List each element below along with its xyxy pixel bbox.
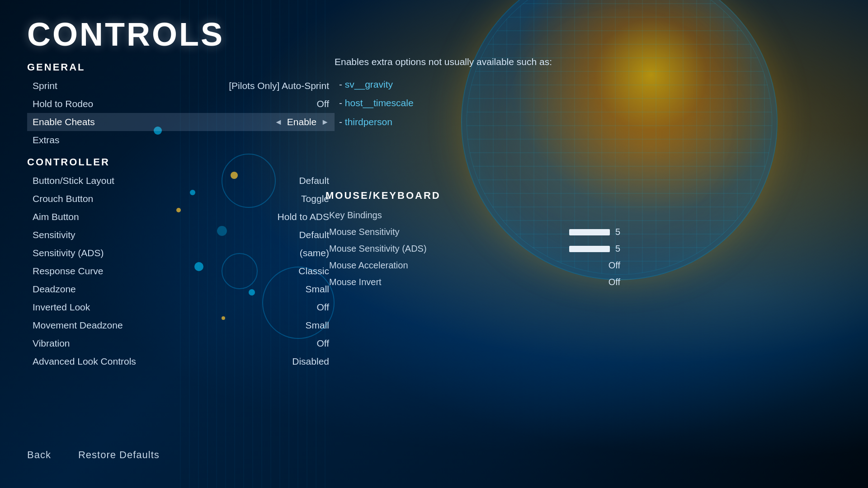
vibration-item[interactable]: Vibration Off — [27, 334, 335, 352]
bottom-buttons: Back Restore Defaults — [27, 449, 160, 461]
sprint-value: [Pilots Only] Auto-Sprint — [229, 80, 329, 91]
mouse-sensitivity-slider[interactable] — [569, 229, 610, 235]
enable-cheats-selected-value: Enable — [287, 117, 316, 127]
mouse-invert-label: Mouse Invert — [329, 277, 382, 287]
controller-header: CONTROLLER — [27, 156, 335, 168]
sensitivity-ads-label: Sensitivity (ADS) — [33, 248, 104, 258]
sensitivity-value: Default — [299, 230, 329, 240]
sensitivity-ads-value: (same) — [300, 248, 329, 258]
button-stick-layout-label: Button/Stick Layout — [33, 175, 114, 186]
aim-button-item[interactable]: Aim Button Hold to ADS — [27, 208, 335, 226]
mouse-invert-value: Off — [609, 277, 620, 287]
mouse-sensitivity-ads-value: 5 — [569, 244, 620, 254]
enable-cheats-item[interactable]: Enable Cheats ◄ Enable ► — [27, 113, 335, 131]
restore-defaults-button[interactable]: Restore Defaults — [78, 449, 160, 461]
mouse-sensitivity-ads-slider[interactable] — [569, 246, 610, 252]
advanced-look-controls-value: Disabled — [292, 356, 329, 367]
arrow-right-icon[interactable]: ► — [321, 117, 329, 127]
tooltip-item-0: - sv__gravity — [339, 77, 606, 92]
enable-cheats-value: ◄ Enable ► — [274, 117, 329, 127]
page-title: CONTROLS — [27, 18, 841, 51]
sensitivity-item[interactable]: Sensitivity Default — [27, 226, 335, 244]
mouse-acceleration-item[interactable]: Mouse Acceleration Off — [326, 257, 624, 274]
hold-to-rodeo-value: Off — [316, 99, 329, 109]
main-content: CONTROLS GENERAL Sprint [Pilots Only] Au… — [0, 0, 868, 488]
mouse-invert-item[interactable]: Mouse Invert Off — [326, 274, 624, 291]
back-button[interactable]: Back — [27, 449, 51, 461]
extras-item[interactable]: Extras — [27, 131, 335, 149]
tooltip-item-1: - host__timescale — [339, 95, 606, 111]
vibration-value: Off — [316, 338, 329, 349]
tooltip-dash-2: - — [339, 117, 345, 127]
response-curve-item[interactable]: Response Curve Classic — [27, 262, 335, 280]
inverted-look-value: Off — [316, 302, 329, 313]
hold-to-rodeo-label: Hold to Rodeo — [33, 99, 93, 109]
mouse-keyboard-section: MOUSE/KEYBOARD Key Bindings Mouse Sensit… — [326, 190, 624, 291]
hold-to-rodeo-item[interactable]: Hold to Rodeo Off — [27, 95, 335, 113]
advanced-look-controls-label: Advanced Look Controls — [33, 356, 136, 367]
inverted-look-item[interactable]: Inverted Look Off — [27, 298, 335, 316]
advanced-look-controls-item[interactable]: Advanced Look Controls Disabled — [27, 352, 335, 371]
extras-label: Extras — [33, 135, 60, 145]
mouse-acceleration-value: Off — [609, 260, 620, 271]
tooltip-highlight-1: host__timescale — [345, 98, 414, 108]
enable-cheats-label: Enable Cheats — [33, 117, 95, 127]
tooltip-description: Enables extra options not usually availa… — [335, 54, 606, 70]
mouse-sensitivity-value: 5 — [569, 227, 620, 237]
tooltip-highlight-0: sv__gravity — [345, 79, 393, 89]
aim-button-label: Aim Button — [33, 211, 79, 222]
aim-button-value: Hold to ADS — [278, 211, 329, 222]
crouch-button-value: Toggle — [301, 193, 329, 204]
sprint-label: Sprint — [33, 80, 57, 91]
mouse-sensitivity-ads-item[interactable]: Mouse Sensitivity (ADS) 5 — [326, 240, 624, 257]
deadzone-item[interactable]: Deadzone Small — [27, 280, 335, 298]
mouse-sensitivity-ads-number: 5 — [615, 244, 620, 254]
button-stick-layout-item[interactable]: Button/Stick Layout Default — [27, 172, 335, 190]
tooltip-highlight-2: thirdperson — [345, 117, 392, 127]
sprint-item[interactable]: Sprint [Pilots Only] Auto-Sprint — [27, 77, 335, 95]
button-stick-layout-value: Default — [299, 175, 329, 186]
movement-deadzone-item[interactable]: Movement Deadzone Small — [27, 316, 335, 334]
response-curve-label: Response Curve — [33, 266, 103, 277]
general-header: GENERAL — [27, 61, 335, 73]
mouse-sensitivity-number: 5 — [615, 227, 620, 237]
deadzone-label: Deadzone — [33, 284, 76, 295]
movement-deadzone-value: Small — [305, 320, 329, 331]
mouse-acceleration-label: Mouse Acceleration — [329, 260, 408, 271]
arrow-selector: ◄ Enable ► — [274, 117, 329, 127]
mouse-keyboard-header: MOUSE/KEYBOARD — [326, 190, 624, 202]
vibration-label: Vibration — [33, 338, 70, 349]
arrow-left-icon[interactable]: ◄ — [274, 117, 283, 127]
crouch-button-item[interactable]: Crouch Button Toggle — [27, 190, 335, 208]
mouse-sensitivity-label: Mouse Sensitivity — [329, 227, 400, 237]
left-panel: GENERAL Sprint [Pilots Only] Auto-Sprint… — [27, 54, 335, 371]
response-curve-value: Classic — [298, 266, 329, 277]
key-bindings-label: Key Bindings — [329, 210, 382, 221]
sensitivity-ads-item[interactable]: Sensitivity (ADS) (same) — [27, 244, 335, 262]
tooltip-dash-0: - — [339, 79, 345, 89]
right-panel: Enables extra options not usually availa… — [335, 54, 606, 133]
sensitivity-label: Sensitivity — [33, 230, 75, 240]
mouse-sensitivity-ads-label: Mouse Sensitivity (ADS) — [329, 244, 427, 254]
inverted-look-label: Inverted Look — [33, 302, 90, 313]
tooltip-dash-1: - — [339, 98, 345, 108]
crouch-button-label: Crouch Button — [33, 193, 93, 204]
tooltip-item-2: - thirdperson — [339, 114, 606, 130]
key-bindings-item[interactable]: Key Bindings — [326, 207, 624, 224]
mouse-sensitivity-item[interactable]: Mouse Sensitivity 5 — [326, 224, 624, 240]
movement-deadzone-label: Movement Deadzone — [33, 320, 123, 331]
